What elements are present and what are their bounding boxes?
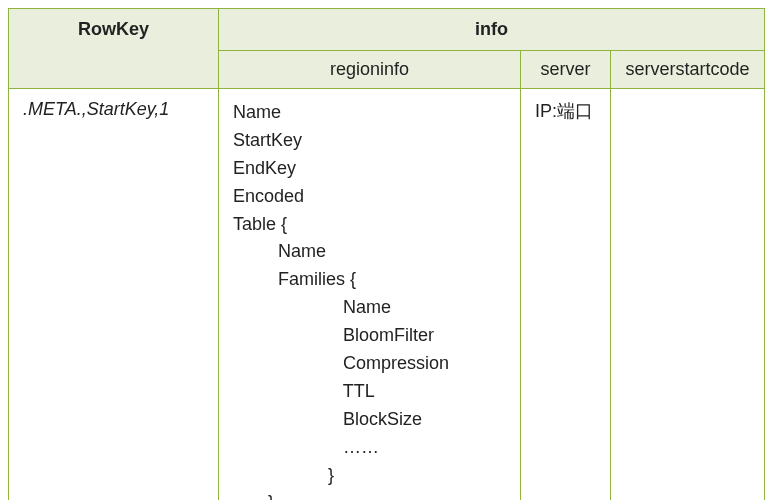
regioninfo-block: Name StartKey EndKey Encoded Table { Nam… bbox=[233, 99, 506, 500]
table-row: .META.,StartKey,1 Name StartKey EndKey E… bbox=[9, 89, 765, 501]
header-rowkey: RowKey bbox=[9, 9, 219, 89]
cell-serverstartcode bbox=[611, 89, 765, 501]
cell-server: IP:端口 bbox=[521, 89, 611, 501]
header-serverstartcode: serverstartcode bbox=[611, 51, 765, 89]
header-info: info bbox=[219, 9, 765, 51]
header-regioninfo: regioninfo bbox=[219, 51, 521, 89]
cell-regioninfo: Name StartKey EndKey Encoded Table { Nam… bbox=[219, 89, 521, 501]
header-server: server bbox=[521, 51, 611, 89]
cell-rowkey: .META.,StartKey,1 bbox=[9, 89, 219, 501]
meta-table: RowKey info regioninfo server serverstar… bbox=[8, 8, 765, 500]
